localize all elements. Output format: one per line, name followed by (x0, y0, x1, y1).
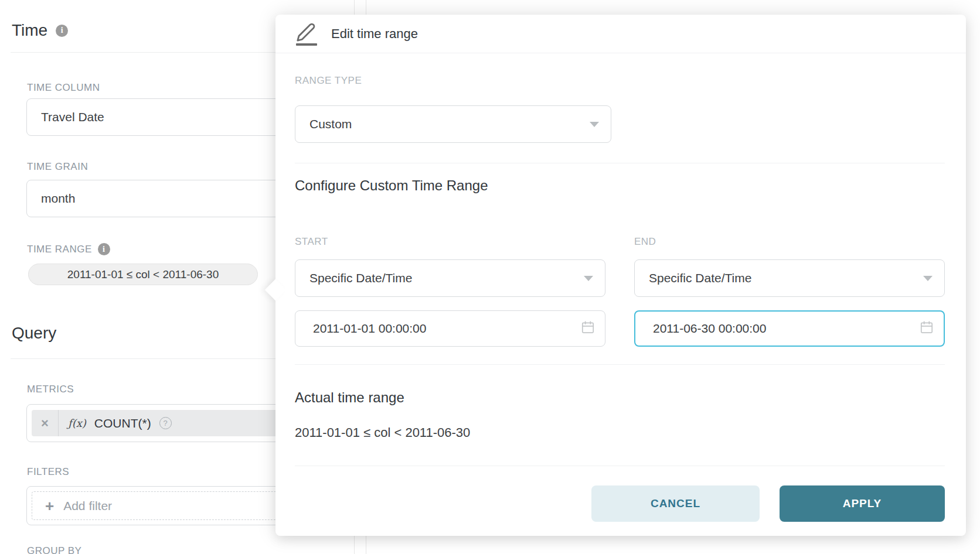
time-column-value: Travel Date (41, 110, 104, 124)
pencil-icon (296, 22, 318, 46)
calendar-icon[interactable] (580, 320, 596, 337)
chevron-down-icon (584, 276, 593, 281)
add-filter-label: Add filter (63, 499, 112, 513)
range-type-value: Custom (309, 117, 352, 131)
start-label: START (295, 236, 328, 248)
function-icon: ƒ(x) (68, 417, 86, 429)
edit-time-range-popover: Edit time range RANGE TYPE Custom Config… (275, 15, 966, 536)
query-section-heading: Query (12, 324, 56, 343)
info-icon[interactable]: i (98, 243, 110, 255)
start-mode-value: Specific Date/Time (309, 271, 412, 285)
chevron-down-icon (590, 122, 599, 127)
range-type-select[interactable]: Custom (295, 105, 611, 143)
time-grain-label: TIME GRAIN (27, 161, 88, 173)
end-date-input-wrap (634, 310, 945, 347)
end-mode-select[interactable]: Specific Date/Time (634, 259, 945, 297)
actual-time-range-heading: Actual time range (295, 389, 404, 406)
divider (295, 163, 945, 163)
divider (295, 364, 945, 365)
end-mode-value: Specific Date/Time (649, 271, 751, 285)
info-icon[interactable]: i (56, 25, 68, 37)
time-range-label-text: TIME RANGE (27, 244, 92, 255)
filters-label: FILTERS (27, 466, 69, 478)
remove-metric-icon[interactable]: × (32, 410, 59, 436)
range-type-label: RANGE TYPE (295, 75, 362, 87)
time-column-label: TIME COLUMN (27, 82, 100, 94)
metric-name: COUNT(*) (94, 416, 151, 430)
time-range-pill-text: 2011-01-01 ≤ col < 2011-06-30 (67, 268, 219, 281)
actual-time-range-value: 2011-01-01 ≤ col < 2011-06-30 (295, 425, 470, 440)
plus-icon: + (45, 498, 54, 514)
configure-heading: Configure Custom Time Range (295, 177, 488, 194)
chevron-down-icon (923, 276, 933, 281)
explore-screen: Time i TIME COLUMN Travel Date TIME GRAI… (0, 0, 980, 554)
apply-button[interactable]: APPLY (780, 485, 945, 522)
time-section-title: Time (12, 21, 47, 40)
start-mode-select[interactable]: Specific Date/Time (295, 259, 605, 297)
start-date-input-wrap (295, 310, 605, 347)
popover-header: Edit time range (275, 15, 966, 53)
start-date-input[interactable] (295, 311, 605, 346)
time-section-heading: Time i (12, 21, 68, 40)
end-date-input[interactable] (635, 312, 944, 346)
cancel-button[interactable]: CANCEL (591, 485, 760, 522)
popover-title: Edit time range (331, 26, 418, 42)
time-range-pill[interactable]: 2011-01-01 ≤ col < 2011-06-30 (28, 264, 258, 285)
query-section-title: Query (12, 324, 56, 343)
time-range-label: TIME RANGE i (27, 243, 110, 255)
end-label: END (634, 236, 656, 248)
help-icon[interactable]: ? (159, 417, 172, 429)
group-by-label: GROUP BY (27, 545, 81, 554)
time-grain-value: month (41, 191, 75, 206)
metrics-label: METRICS (27, 384, 74, 395)
divider (295, 466, 945, 466)
calendar-icon[interactable] (919, 320, 934, 337)
